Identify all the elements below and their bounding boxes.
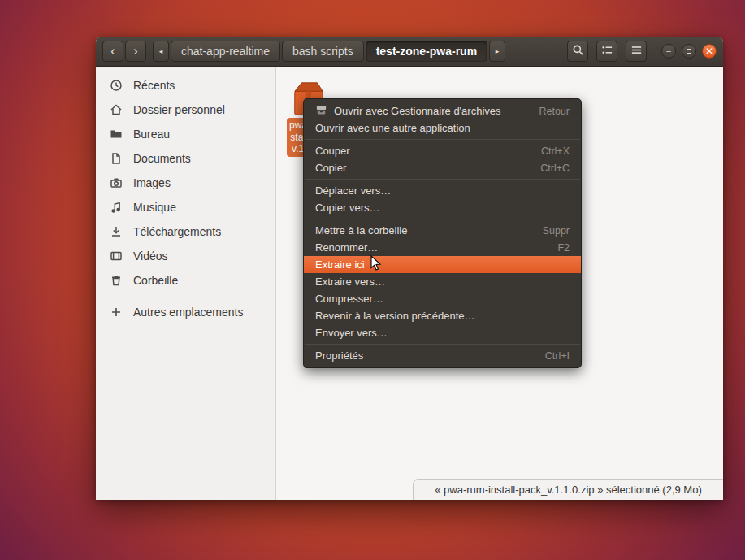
sidebar-item-label: Autres emplacements: [133, 306, 243, 319]
sidebar-item-label: Corbeille: [133, 274, 178, 287]
sidebar-item-desktop[interactable]: Bureau: [96, 122, 275, 146]
close-icon: ✕: [705, 46, 713, 56]
breadcrumb-chat-app-realtime[interactable]: chat-app-realtime: [171, 41, 280, 62]
context-menu: Ouvrir avec Gestionnaire d'archives Reto…: [303, 98, 582, 368]
music-icon: [110, 201, 123, 214]
window-controls: − ✕: [661, 44, 717, 59]
menu-separator: [305, 179, 580, 180]
menu-item-label: Extraire ici: [315, 258, 365, 271]
path-bar: ◂ chat-app-realtime bash scripts test-zo…: [153, 41, 505, 62]
path-scroll-right-button[interactable]: ▸: [489, 41, 505, 62]
menu-item-copy-to[interactable]: Copier vers…: [304, 199, 581, 216]
menu-item-compress[interactable]: Compresser…: [304, 290, 581, 307]
view-list-icon: [601, 44, 613, 59]
file-manager-window: ‹ › ◂ chat-app-realtime bash scripts tes…: [96, 37, 723, 500]
maximize-button[interactable]: [682, 44, 696, 59]
header-actions: − ✕: [567, 41, 717, 62]
close-button[interactable]: ✕: [702, 44, 717, 59]
menu-item-cut[interactable]: Couper Ctrl+X: [304, 142, 581, 159]
menu-item-label: Revenir à la version précédente…: [315, 310, 475, 322]
menu-item-label: Extraire vers…: [315, 276, 385, 288]
menu-item-shortcut: Suppr: [543, 225, 570, 237]
menu-item-label: Compresser…: [315, 293, 383, 305]
hamburger-icon: [630, 44, 643, 59]
minimize-button[interactable]: −: [661, 44, 676, 59]
desktop-icon: [110, 128, 123, 141]
downloads-icon: [110, 225, 123, 238]
breadcrumb-bash-scripts[interactable]: bash scripts: [282, 41, 364, 62]
menu-item-label: Ouvrir avec une autre application: [315, 122, 470, 134]
sidebar-item-label: Vidéos: [133, 250, 168, 263]
menu-item-label: Ouvrir avec Gestionnaire d'archives: [334, 105, 501, 117]
menu-item-label: Envoyer vers…: [315, 327, 388, 339]
sidebar-item-recents[interactable]: Récents: [96, 73, 275, 98]
sidebar-item-downloads[interactable]: Téléchargements: [96, 219, 275, 244]
menu-item-rename[interactable]: Renommer… F2: [304, 239, 581, 256]
menu-item-label: Copier: [315, 162, 346, 174]
view-options-button[interactable]: [596, 41, 617, 62]
path-scroll-left-button[interactable]: ◂: [153, 41, 169, 62]
menu-item-extract-here[interactable]: Extraire ici: [304, 256, 581, 273]
sidebar-item-label: Dossier personnel: [133, 103, 225, 116]
menu-item-shortcut: Retour: [539, 106, 570, 117]
menu-item-revert-previous-version[interactable]: Revenir à la version précédente…: [304, 307, 581, 324]
sidebar-item-home[interactable]: Dossier personnel: [96, 98, 275, 122]
sidebar-item-label: Téléchargements: [133, 225, 221, 238]
documents-icon: [110, 152, 123, 165]
desktop: { "colors": { "accent": "#E95420", "menu…: [0, 0, 745, 560]
sidebar-separator: [96, 293, 275, 300]
menu-item-shortcut: Ctrl+C: [540, 163, 570, 174]
sidebar-item-label: Récents: [133, 79, 175, 92]
sidebar-item-music[interactable]: Musique: [96, 195, 275, 219]
videos-icon: [110, 250, 123, 263]
maximize-icon: [687, 49, 691, 54]
menu-item-open-with-other-application[interactable]: Ouvrir avec une autre application: [304, 119, 581, 137]
search-button[interactable]: [567, 41, 588, 62]
sidebar-item-videos[interactable]: Vidéos: [96, 244, 275, 268]
menu-item-label: Déplacer vers…: [315, 184, 391, 197]
sidebar-item-images[interactable]: Images: [96, 171, 275, 195]
breadcrumb-label: chat-app-realtime: [181, 46, 270, 57]
breadcrumb-test-zone-pwa-rum[interactable]: test-zone-pwa-rum: [366, 41, 487, 62]
menu-item-label: Propriétés: [315, 349, 363, 362]
menu-item-open-with-archive-manager[interactable]: Ouvrir avec Gestionnaire d'archives Reto…: [304, 102, 581, 119]
menu-item-shortcut: Ctrl+X: [541, 145, 570, 157]
images-icon: [110, 176, 123, 189]
menu-item-move-to-trash[interactable]: Mettre à la corbeille Suppr: [304, 222, 581, 239]
menu-separator: [305, 139, 580, 140]
menu-item-move-to[interactable]: Déplacer vers…: [304, 182, 581, 199]
menu-item-shortcut: Ctrl+I: [545, 350, 570, 362]
back-button[interactable]: ‹: [102, 41, 123, 62]
menu-button[interactable]: [626, 41, 647, 62]
headerbar[interactable]: ‹ › ◂ chat-app-realtime bash scripts tes…: [96, 37, 723, 67]
home-icon: [110, 103, 123, 116]
menu-item-send-to[interactable]: Envoyer vers…: [304, 324, 581, 341]
nav-buttons: ‹ ›: [102, 41, 146, 62]
sidebar-item-label: Bureau: [133, 128, 170, 141]
menu-separator: [305, 344, 580, 345]
path-scroll-right-icon: ▸: [496, 48, 500, 55]
menu-item-copy[interactable]: Copier Ctrl+C: [304, 159, 581, 176]
forward-button[interactable]: ›: [125, 41, 146, 62]
menu-item-label: Copier vers…: [315, 202, 379, 214]
menu-item-properties[interactable]: Propriétés Ctrl+I: [304, 347, 581, 364]
sidebar-item-label: Images: [133, 176, 171, 189]
menu-item-extract-to[interactable]: Extraire vers…: [304, 273, 581, 290]
menu-separator: [305, 219, 580, 219]
sidebar-item-label: Documents: [133, 152, 191, 165]
plus-icon: [110, 306, 123, 319]
sidebar-item-other-locations[interactable]: Autres emplacements: [96, 300, 275, 324]
status-bar: « pwa-rum-install-pack_v.1.1.0.zip » sél…: [413, 479, 723, 500]
back-icon: ‹: [110, 45, 115, 58]
menu-item-label: Couper: [315, 145, 350, 157]
forward-icon: ›: [133, 45, 137, 58]
sidebar-item-trash[interactable]: Corbeille: [96, 268, 275, 293]
status-text: « pwa-rum-install-pack_v.1.1.0.zip » sél…: [435, 484, 702, 496]
menu-item-shortcut: F2: [557, 242, 570, 254]
path-scroll-left-icon: ◂: [159, 48, 163, 55]
archive-manager-icon: [315, 104, 327, 119]
sidebar: Récents Dossier personnel Bureau Documen…: [96, 67, 276, 500]
menu-item-label: Mettre à la corbeille: [315, 224, 407, 237]
sidebar-item-documents[interactable]: Documents: [96, 146, 275, 171]
minimize-icon: −: [666, 47, 671, 56]
